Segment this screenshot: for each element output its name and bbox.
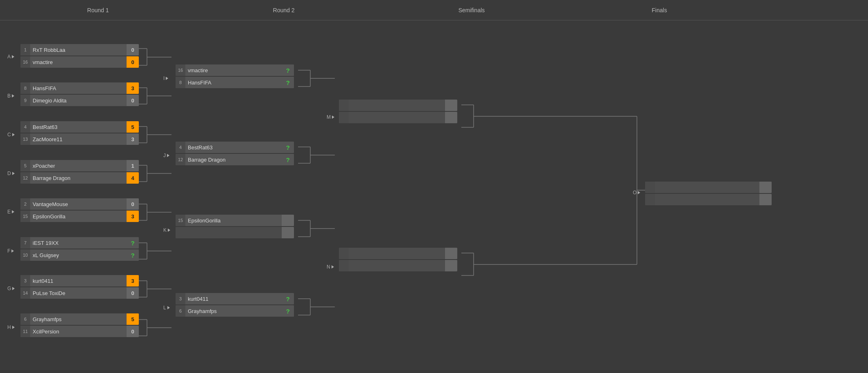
score-N-p2 [445, 260, 457, 271]
score-M-p2 [445, 112, 457, 123]
score-I-p2: ? [282, 77, 294, 88]
seed-B-p2: 9 [20, 95, 30, 106]
player-H-p2: XcilPersion [30, 329, 127, 335]
match-row-I-p2: 8 HansFIFA ? [176, 77, 294, 88]
score-D-p1: 1 [127, 160, 139, 171]
seed-J-p1: 4 [176, 142, 185, 153]
seed-D-p2: 12 [20, 172, 30, 184]
bracket-main: A 1 RxT RobbLaa 0 16 vmactire 0 B 8 Hans… [0, 20, 868, 373]
score-O-p1 [759, 182, 772, 193]
group-label-H: H [7, 324, 15, 330]
bracket-headers: Round 1 Round 2 Semifinals Finals [0, 0, 868, 20]
match-M [339, 100, 457, 124]
seed-C-p1: 4 [20, 121, 30, 133]
seed-N-p2 [339, 260, 349, 271]
match-label-O: O [633, 190, 640, 195]
score-B-p2: 0 [127, 95, 139, 106]
player-F-p2: xL Guigsey [30, 252, 127, 258]
score-E-p1: 0 [127, 198, 139, 210]
match-row-N-p2 [339, 260, 457, 271]
player-G-p1: kurt0411 [30, 278, 127, 284]
player-J-p1: BestRat63 [185, 144, 282, 151]
group-label-E: E [7, 209, 14, 215]
seed-K-p1: 15 [176, 215, 185, 226]
seed-J-p2: 12 [176, 154, 185, 165]
match-label-J: J [163, 153, 169, 158]
player-D-p1: xPoacher [30, 163, 127, 169]
player-K-p1: EpsilonGorilla [185, 218, 282, 224]
seed-E-p2: 15 [20, 211, 30, 222]
match-row-E-p2: 15 EpsilonGorilla 3 [20, 211, 139, 222]
match-row-E-p1: 2 VantageMouse 0 [20, 198, 139, 210]
player-B-p1: HansFIFA [30, 85, 127, 91]
match-row-I-p1: 16 vmactire ? [176, 64, 294, 76]
player-I-p1: vmactire [185, 67, 282, 73]
header-round1: Round 1 [16, 7, 180, 13]
match-row-F-p2: 10 xL Guigsey ? [20, 249, 139, 261]
match-row-O-p2 [645, 194, 772, 205]
seed-K-p2 [176, 227, 185, 238]
score-J-p2: ? [282, 154, 294, 165]
group-label-D: D [7, 171, 15, 176]
match-A: 1 RxT RobbLaa 0 16 vmactire 0 [20, 44, 139, 69]
seed-E-p1: 2 [20, 198, 30, 210]
match-row-A-p2: 16 vmactire 0 [20, 56, 139, 68]
group-label-F: F [7, 248, 14, 254]
match-row-L-p2: 6 Grayhamfps ? [176, 305, 294, 317]
seed-M-p1 [339, 100, 349, 111]
match-row-B-p1: 8 HansFIFA 3 [20, 82, 139, 94]
player-L-p2: Grayhamfps [185, 308, 282, 314]
score-B-p1: 3 [127, 82, 139, 94]
score-K-p1 [282, 215, 294, 226]
match-row-B-p2: 9 Dimegio Aldita 0 [20, 95, 139, 106]
seed-I-p2: 8 [176, 77, 185, 88]
match-row-C-p1: 4 BestRat63 5 [20, 121, 139, 133]
match-row-M-p2 [339, 112, 457, 123]
player-B-p2: Dimegio Aldita [30, 98, 127, 104]
match-label-N: N [327, 264, 334, 270]
match-row-G-p2: 14 PuLse ToxiDe 0 [20, 287, 139, 299]
player-C-p2: ZacMoore11 [30, 136, 127, 142]
score-K-p2 [282, 227, 294, 238]
match-row-K-p2 [176, 227, 294, 238]
match-J: 4 BestRat63 ? 12 Barrage Dragon ? [176, 142, 294, 166]
header-semifinals: Semifinals [400, 7, 543, 13]
score-H-p1: 5 [127, 313, 139, 325]
score-A-p2: 0 [127, 56, 139, 68]
match-B: 8 HansFIFA 3 9 Dimegio Aldita 0 [20, 82, 139, 107]
match-row-O-p1 [645, 182, 772, 193]
match-row-D-p1: 5 xPoacher 1 [20, 160, 139, 171]
score-L-p1: ? [282, 293, 294, 304]
match-row-K-p1: 15 EpsilonGorilla [176, 215, 294, 226]
match-row-M-p1 [339, 100, 457, 111]
seed-N-p1 [339, 248, 349, 259]
score-G-p2: 0 [127, 287, 139, 299]
match-E: 2 VantageMouse 0 15 EpsilonGorilla 3 [20, 198, 139, 223]
player-D-p2: Barrage Dragon [30, 175, 127, 181]
match-label-L: L [163, 305, 170, 311]
score-F-p1: ? [127, 237, 139, 249]
player-A-p1: RxT RobbLaa [30, 47, 127, 53]
score-D-p2: 4 [127, 172, 139, 184]
group-label-A: A [7, 54, 14, 60]
player-H-p1: Grayhamfps [30, 316, 127, 322]
match-row-N-p1 [339, 248, 457, 259]
score-N-p1 [445, 248, 457, 259]
match-I: 16 vmactire ? 8 HansFIFA ? [176, 64, 294, 89]
header-finals: Finals [588, 7, 731, 13]
match-K: 15 EpsilonGorilla [176, 215, 294, 239]
score-I-p1: ? [282, 64, 294, 76]
match-row-J-p1: 4 BestRat63 ? [176, 142, 294, 153]
match-D: 5 xPoacher 1 12 Barrage Dragon 4 [20, 160, 139, 184]
match-H: 6 Grayhamfps 5 11 XcilPersion 0 [20, 313, 139, 338]
player-F-p1: iEST 19XX [30, 240, 127, 246]
seed-H-p2: 11 [20, 326, 30, 337]
match-row-H-p2: 11 XcilPersion 0 [20, 326, 139, 337]
score-A-p1: 0 [127, 44, 139, 56]
match-L: 3 kurt0411 ? 6 Grayhamfps ? [176, 293, 294, 317]
score-O-p2 [759, 194, 772, 205]
seed-A-p2: 16 [20, 56, 30, 68]
seed-G-p2: 14 [20, 287, 30, 299]
match-row-H-p1: 6 Grayhamfps 5 [20, 313, 139, 325]
group-label-B: B [7, 93, 14, 99]
